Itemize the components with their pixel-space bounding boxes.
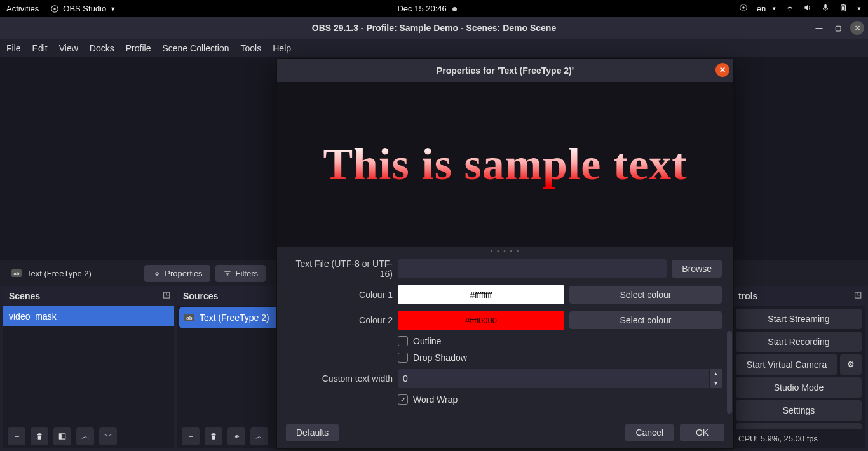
cancel-button[interactable]: Cancel [625, 424, 674, 441]
splitter-handle[interactable]: • • • • • [277, 247, 733, 255]
svg-rect-6 [843, 4, 844, 5]
menu-tools[interactable]: Tools [241, 43, 262, 53]
wifi-icon[interactable] [785, 3, 794, 14]
menu-profile[interactable]: Profile [126, 43, 151, 53]
defaults-button[interactable]: Defaults [286, 424, 339, 441]
notification-dot-icon [452, 7, 457, 11]
menu-bar: File Edit View Docks Profile Scene Colle… [0, 39, 868, 58]
menu-edit[interactable]: Edit [32, 43, 48, 53]
dialog-close-button[interactable]: ✕ [715, 63, 729, 77]
app-menu-label: OBS Studio [63, 4, 106, 13]
start-virtual-camera-button[interactable]: Start Virtual Camera [736, 354, 837, 375]
volume-icon[interactable] [803, 3, 812, 14]
properties-button[interactable]: Properties [144, 265, 210, 282]
close-button[interactable]: ✕ [850, 21, 864, 35]
menu-docks[interactable]: Docks [90, 43, 114, 53]
obs-tray-icon[interactable] [739, 3, 748, 14]
custom-width-label: Custom text width [288, 374, 393, 384]
colour2-label: Colour 2 [288, 315, 393, 325]
svg-rect-9 [226, 273, 229, 273]
remove-scene-button[interactable] [31, 427, 48, 445]
svg-rect-12 [59, 434, 62, 439]
gnome-top-bar: Activities OBS Studio ▼ Dec 15 20:46 en▼… [0, 0, 868, 17]
dock-popout-icon[interactable]: ◳ [163, 290, 170, 299]
scene-up-button[interactable]: ︿ [76, 427, 94, 445]
scene-filter-button[interactable] [53, 427, 71, 445]
window-title: OBS 29.1.3 - Profile: Sample Demo - Scen… [312, 23, 556, 33]
svg-point-1 [54, 8, 57, 10]
virtual-camera-settings-button[interactable]: ⚙ [840, 354, 862, 375]
colour1-select-button[interactable]: Select colour [569, 286, 722, 304]
clock[interactable]: Dec 15 20:46 [397, 4, 446, 13]
browse-button[interactable]: Browse [672, 260, 722, 278]
colour1-swatch[interactable]: #ffffffff [398, 285, 564, 304]
start-streaming-button[interactable]: Start Streaming [736, 309, 862, 329]
dock-popout-icon[interactable]: ◳ [854, 290, 862, 299]
source-properties-button[interactable] [227, 427, 245, 445]
activities-button[interactable]: Activities [6, 4, 39, 13]
maximize-button[interactable]: ▢ [831, 21, 845, 35]
dialog-titlebar: Properties for 'Text (FreeType 2)' ✕ [277, 59, 733, 82]
app-menu[interactable]: OBS Studio ▼ [50, 4, 116, 13]
textfile-label: Text File (UTF-8 or UTF-16) [288, 259, 393, 279]
add-source-button[interactable]: ＋ [182, 427, 200, 445]
colour2-select-button[interactable]: Select colour [569, 311, 722, 329]
window-titlebar: OBS 29.1.3 - Profile: Sample Demo - Scen… [0, 17, 868, 39]
form-scrollbar[interactable] [727, 331, 732, 414]
outline-checkbox[interactable]: Outline [398, 336, 441, 346]
studio-mode-button[interactable]: Studio Mode [736, 377, 862, 398]
controls-dock: trols◳ Start Streaming Start Recording S… [732, 286, 865, 448]
system-menu-chevron-icon[interactable]: ▼ [857, 6, 862, 11]
status-bar: CPU: 5.9%, 25.00 fps [732, 429, 865, 448]
minimize-button[interactable]: — [812, 21, 826, 35]
svg-rect-4 [824, 4, 827, 9]
svg-rect-8 [224, 271, 230, 272]
start-recording-button[interactable]: Start Recording [736, 332, 862, 352]
ok-button[interactable]: OK [680, 424, 724, 441]
dialog-preview: This is sample text [277, 82, 733, 247]
preview-text: This is sample text [323, 139, 687, 190]
menu-file[interactable]: File [6, 43, 21, 53]
menu-scene-collection[interactable]: Scene Collection [162, 43, 229, 53]
textfile-field[interactable] [398, 259, 667, 278]
scene-down-button[interactable]: ﹀ [99, 427, 117, 445]
menu-view[interactable]: View [59, 43, 78, 53]
selected-source-label: Text (FreeType 2) [27, 269, 92, 278]
scene-item[interactable]: video_mask [3, 306, 174, 326]
dialog-form: Text File (UTF-8 or UTF-16) Browse Colou… [277, 255, 733, 417]
svg-rect-7 [842, 6, 845, 10]
text-source-icon: ab [11, 269, 22, 277]
custom-width-spinbox[interactable]: 0 ▲▼ [398, 369, 722, 388]
spin-up-icon[interactable]: ▲ [709, 369, 722, 379]
menu-help[interactable]: Help [273, 43, 291, 53]
sources-title: Sources [183, 291, 218, 301]
remove-source-button[interactable] [205, 427, 222, 445]
word-wrap-checkbox[interactable]: Word Wrap [398, 394, 458, 405]
settings-button[interactable]: Settings [736, 400, 862, 421]
colour2-swatch[interactable]: #ffff0000 [398, 311, 564, 330]
mic-icon[interactable] [821, 3, 830, 14]
svg-point-3 [742, 6, 745, 9]
drop-shadow-checkbox[interactable]: Drop Shadow [398, 353, 467, 363]
text-source-icon: ab [184, 314, 194, 321]
exit-button[interactable]: Exit [736, 423, 862, 429]
controls-title: trols [738, 291, 757, 301]
scenes-dock: Scenes◳ video_mask ＋ ︿ ﹀ [3, 286, 174, 448]
scenes-title: Scenes [9, 291, 40, 301]
properties-dialog: Properties for 'Text (FreeType 2)' ✕ Thi… [276, 58, 734, 449]
svg-rect-10 [226, 274, 227, 275]
battery-icon[interactable] [839, 3, 848, 14]
source-up-button[interactable]: ︿ [250, 427, 268, 445]
lang-indicator[interactable]: en▼ [757, 4, 776, 13]
filters-button[interactable]: Filters [215, 265, 266, 282]
add-scene-button[interactable]: ＋ [8, 427, 25, 445]
dialog-title: Properties for 'Text (FreeType 2)' [437, 65, 574, 76]
spin-down-icon[interactable]: ▼ [709, 379, 722, 388]
colour1-label: Colour 1 [288, 290, 393, 300]
